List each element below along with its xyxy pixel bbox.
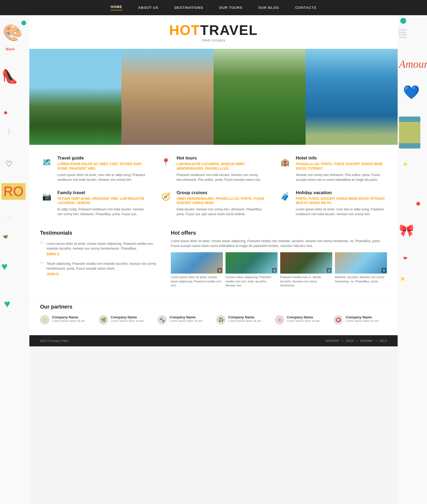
testimonial-1-content: Lorem ipsum dolor sit amet, consec tetue… — [46, 241, 160, 256]
holiday-vacation-icon: 🧳 — [278, 190, 292, 203]
footer-copyright: 2013 © Privacy Policy — [40, 339, 69, 342]
group-cruises-icon: 🧭 — [159, 190, 173, 203]
offer-1-zoom[interactable]: ⊕ — [217, 268, 222, 273]
partner-2-desc: Lorem ipsum dolor sit am — [111, 319, 144, 322]
feature-hotel-info: 🏨 Hotel info PHASELLLLUS. PORTA. FUSCE S… — [278, 155, 387, 182]
travel-guide-content: Travel guide LOREM IPSUM DOLOR SIT AMET,… — [57, 155, 149, 182]
hero-img-rome — [121, 49, 213, 145]
partner-4: ♻️ Company Name Lorem ipsum dolor sit am — [216, 315, 270, 325]
testimonial-1: " Lorem ipsum dolor sit amet, consec tet… — [40, 241, 160, 256]
partners-section: Our partners ⚡ Company Name Lorem ipsum … — [29, 298, 398, 335]
hero-img-rome-inner — [121, 49, 213, 145]
partner-2-info: Company Name Lorem ipsum dolor sit am — [111, 315, 144, 322]
hot-offers-section: Hot offers Lorem ipsum dolor sit amet, c… — [171, 230, 387, 287]
partner-1-desc: Lorem ipsum dolor sit am — [52, 319, 85, 322]
feature-travel-guide: 🗺️ Travel guide LOREM IPSUM DOLOR SIT AM… — [40, 155, 149, 182]
footer-help[interactable]: HELP — [379, 339, 387, 342]
offers-grid: ⊕ Lorem ipsum dolor sit amet, consec tet… — [171, 252, 387, 287]
group-cruises-content: Group cruises UMMY HENDRERIAURIS. PHASEL… — [177, 190, 268, 217]
holiday-vacation-body: Lorem ipsum dolor sit amet, conc tetu er… — [296, 207, 387, 217]
partner-1-name: Company Name — [52, 315, 85, 319]
feature-group-cruises: 🧭 Group cruises UMMY HENDRERIAURIS. PHAS… — [159, 190, 268, 217]
partner-6: ⭕ Company Name Lorem ipsum dolor sit am — [334, 315, 387, 325]
family-travel-content: Family travel TETUER ADIPI SCING. PRAESE… — [57, 190, 149, 217]
offer-2-zoom[interactable]: ⊕ — [272, 268, 277, 273]
holiday-vacation-content: Holiday vacation PORTA. FUSCE SUSCIPIT V… — [296, 190, 387, 217]
feature-hot-tours: 📍 Hot tours LUM MOLESTIE LACUIIRHS. AENE… — [159, 155, 268, 182]
family-travel-highlight: TETUER ADIPI SCING. PRAESENT VIBU. LUM M… — [57, 197, 149, 206]
hot-tours-content: Hot tours LUM MOLESTIE LACUIIRHS. AENEAN… — [177, 155, 268, 182]
hero-logo: HOTTRAVEL travel company — [29, 15, 398, 45]
features-grid: 🗺️ Travel guide LOREM IPSUM DOLOR SIT AM… — [29, 153, 398, 227]
group-cruises-highlight: UMMY HENDRERIAURIS. PHASELLLLUS. PORTA. … — [177, 197, 268, 206]
footer-sitemap[interactable]: SITEMAP — [360, 339, 373, 342]
testimonial-2-text: Tetuer adipiscing. Praesent vestibu lum … — [46, 261, 160, 271]
footer-dot-3: • — [375, 339, 377, 342]
nav-destinations[interactable]: DESTINATIONS — [174, 6, 203, 10]
hot-offers-title: Hot offers — [171, 230, 387, 236]
hero-images — [29, 49, 398, 145]
partner-4-name: Company Name — [228, 315, 261, 319]
travel-guide-body: Lorem ipsum dolor sit amet, conc tetu er… — [57, 173, 149, 182]
offer-2-caption: Consec tetuer adipiscing. Praesent vesti… — [226, 275, 278, 287]
family-travel-body: Er adipi scing. Praesent vestibuum mol e… — [57, 207, 149, 217]
nav-home[interactable]: HOME — [111, 5, 122, 10]
hotel-info-content: Hotel info PHASELLLLUS. PORTA. FUSCE SUS… — [296, 155, 387, 182]
travel-guide-highlight: LOREM IPSUM DOLOR SIT AMET, CSEC TETUER … — [57, 162, 149, 171]
hotel-info-body: Aenean non ummy hen dreriauris. Pha sell… — [296, 173, 387, 182]
left-decoration: 🎨 Marie 👠 } ♡ RO ♡ 🦋 ♥ ♥ — [0, 15, 29, 346]
partner-4-icon: ♻️ — [216, 315, 226, 325]
hotel-info-icon: 🏨 — [278, 155, 292, 169]
partner-6-desc: Lorem ipsum dolor sit am — [346, 319, 379, 322]
brand-name: HOTTRAVEL — [29, 23, 398, 37]
testimonials-title: Testimonials — [40, 230, 160, 236]
offer-2-thumb[interactable]: ⊕ — [226, 252, 278, 274]
hot-offers-description: Lorem ipsum dolor sit amet, consec tetue… — [171, 239, 387, 248]
offer-3-thumb[interactable]: ⊕ — [280, 252, 332, 274]
group-cruises-title: Group cruises — [177, 190, 268, 195]
offer-1-thumb[interactable]: ⊕ — [171, 252, 223, 274]
nav-blog[interactable]: OUR BLOG — [258, 6, 279, 10]
hot-tours-body: Praesent vestibuum mol estie lacuiirs. A… — [177, 173, 268, 182]
hotel-info-title: Hotel info — [296, 155, 387, 161]
nav-about[interactable]: ABOUT US — [138, 6, 159, 10]
offer-3: ⊕ Praesent vestibu lum m. olestie. lacui… — [280, 252, 332, 287]
footer-faqs[interactable]: FAQS — [346, 339, 354, 342]
offer-1: ⊕ Lorem ipsum dolor sit amet, consec tet… — [171, 252, 223, 287]
hero-img-venice-inner — [306, 49, 398, 145]
footer: 2013 © Privacy Policy SUPPORT • FAQS • S… — [29, 335, 398, 346]
partner-2-name: Company Name — [111, 315, 144, 319]
feature-family-travel: 📷 Family travel TETUER ADIPI SCING. PRAE… — [40, 190, 149, 217]
partner-6-icon: ⭕ — [334, 315, 343, 325]
offer-4-thumb[interactable]: ⊕ — [335, 252, 387, 274]
hero-img-thailand — [29, 49, 121, 145]
partner-6-info: Company Name Lorem ipsum dolor sit am — [346, 315, 379, 322]
group-cruises-body: Estie lacuiirs. Aenean non ummy hen. dre… — [177, 207, 268, 217]
offer-3-zoom[interactable]: ⊕ — [327, 268, 331, 273]
footer-links: SUPPORT • FAQS • SITEMAP • HELP — [325, 339, 387, 342]
hotel-info-highlight: PHASELLLLUS. PORTA. FUSCE SUSCIPIT VARIU… — [296, 162, 387, 171]
brand-tagline: travel company — [29, 38, 398, 42]
brand-hot: HOT — [169, 22, 200, 38]
footer-support[interactable]: SUPPORT — [325, 339, 339, 342]
hero-img-ireland — [213, 49, 306, 145]
hero-img-ireland-inner — [213, 49, 306, 145]
offer-4-caption: Molestie. lacuiirhs. Aenean non ummy hen… — [335, 275, 387, 283]
testimonial-2: " Tetuer adipiscing. Praesent vestibu lu… — [40, 261, 160, 276]
offer-3-caption: Praesent vestibu lum m. olestie. lacuiir… — [280, 275, 332, 287]
right-decoration: ≋≋≋≋≋≋≋≋≋≋≋≋≋≋≋≋≋≋≋≋ Amour 💙 ⭐ 🎀 ❤ 🌟 — [398, 15, 427, 346]
offer-4: ⊕ Molestie. lacuiirhs. Aenean non ummy h… — [335, 252, 387, 287]
nav-tours[interactable]: OUR TOURS — [219, 6, 242, 10]
navigation: HOME ABOUT US DESTINATIONS OUR TOURS OUR… — [0, 0, 427, 15]
quote-mark-2: " — [40, 260, 44, 276]
page-wrapper: HOTTRAVEL travel company 🗺️ Travel guide… — [29, 15, 398, 346]
hot-tours-icon: 📍 — [159, 155, 173, 169]
partner-3-name: Company Name — [169, 315, 203, 319]
partner-1: ⚡ Company Name Lorem ipsum dolor sit am — [40, 315, 93, 325]
partner-2-icon: 🌿 — [99, 315, 108, 325]
hero-img-venice — [306, 49, 398, 145]
partner-3-info: Company Name Lorem ipsum dolor sit am — [169, 315, 203, 322]
partners-grid: ⚡ Company Name Lorem ipsum dolor sit am … — [40, 315, 387, 325]
nav-contacts[interactable]: CONTACTS — [295, 6, 316, 10]
offer-4-zoom[interactable]: ⊕ — [381, 268, 386, 273]
